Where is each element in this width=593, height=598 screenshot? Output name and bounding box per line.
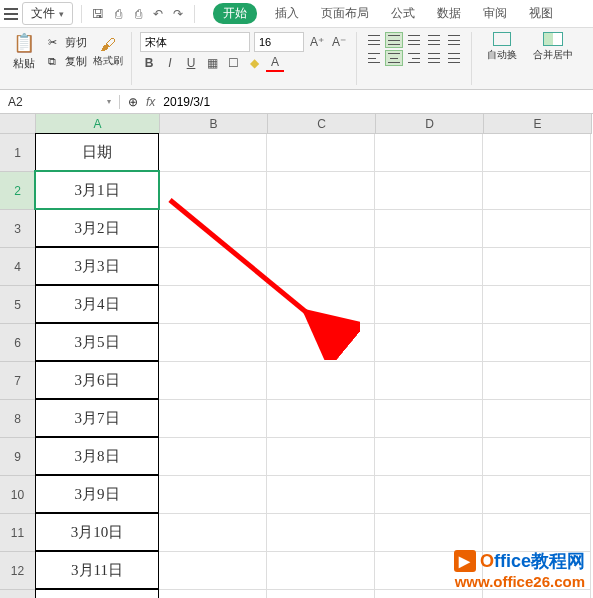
cell[interactable]	[159, 324, 267, 362]
cell[interactable]	[375, 134, 483, 172]
cell[interactable]	[159, 438, 267, 476]
fill-color-button[interactable]: ◆	[245, 54, 263, 72]
cell[interactable]	[159, 552, 267, 590]
cell[interactable]	[483, 248, 591, 286]
fx-icon[interactable]: fx	[146, 95, 155, 109]
cell[interactable]	[159, 590, 267, 598]
cell[interactable]	[159, 362, 267, 400]
cell[interactable]	[375, 210, 483, 248]
tab-view[interactable]: 视图	[525, 3, 557, 24]
row-header[interactable]: 12	[0, 552, 36, 590]
cell[interactable]	[375, 476, 483, 514]
file-menu-button[interactable]: 文件	[22, 2, 73, 25]
cell-a3[interactable]: 3月2日	[35, 209, 159, 247]
bold-button[interactable]: B	[140, 54, 158, 72]
copy-button[interactable]: ⧉复制	[46, 53, 89, 70]
cell-style-button[interactable]: ☐	[224, 54, 242, 72]
hamburger-icon[interactable]	[4, 8, 18, 20]
cut-button[interactable]: ✂剪切	[46, 34, 89, 51]
increase-font-icon[interactable]: A⁺	[308, 33, 326, 51]
cell[interactable]	[483, 362, 591, 400]
cell[interactable]	[267, 134, 375, 172]
cell-a7[interactable]: 3月6日	[35, 361, 159, 399]
cell[interactable]	[267, 552, 375, 590]
cell[interactable]	[267, 476, 375, 514]
col-header-a[interactable]: A	[36, 114, 160, 134]
row-header[interactable]: 11	[0, 514, 36, 552]
cell-a12[interactable]: 3月11日	[35, 551, 159, 589]
cell-a5[interactable]: 3月4日	[35, 285, 159, 323]
cell[interactable]	[267, 172, 375, 210]
row-header[interactable]: 1	[0, 134, 36, 172]
cell-a1[interactable]: 日期	[35, 133, 159, 171]
print-preview-icon[interactable]: ⎙	[110, 6, 126, 22]
merge-center-button[interactable]: 合并居中	[528, 32, 578, 62]
indent-decrease-icon[interactable]	[425, 32, 443, 48]
font-name-select[interactable]	[140, 32, 250, 52]
tab-data[interactable]: 数据	[433, 3, 465, 24]
cell-a13[interactable]: 3月12日	[35, 589, 159, 598]
format-painter-button[interactable]: 🖌 格式刷	[93, 36, 123, 68]
underline-button[interactable]: U	[182, 54, 200, 72]
cell-a2[interactable]: 3月1日	[35, 171, 159, 209]
cell[interactable]	[483, 286, 591, 324]
redo-icon[interactable]: ↷	[170, 6, 186, 22]
cell[interactable]	[483, 400, 591, 438]
cell[interactable]	[159, 248, 267, 286]
cell[interactable]	[159, 476, 267, 514]
cell[interactable]	[375, 514, 483, 552]
row-header[interactable]: 3	[0, 210, 36, 248]
cell[interactable]	[159, 514, 267, 552]
cell[interactable]	[267, 362, 375, 400]
decrease-font-icon[interactable]: A⁻	[330, 33, 348, 51]
row-header[interactable]: 7	[0, 362, 36, 400]
cell[interactable]	[483, 514, 591, 552]
cell[interactable]	[267, 514, 375, 552]
col-header-d[interactable]: D	[376, 114, 484, 134]
italic-button[interactable]: I	[161, 54, 179, 72]
font-size-select[interactable]	[254, 32, 304, 52]
cell[interactable]	[159, 286, 267, 324]
cell[interactable]	[375, 286, 483, 324]
col-header-b[interactable]: B	[160, 114, 268, 134]
cell[interactable]	[375, 248, 483, 286]
col-header-c[interactable]: C	[268, 114, 376, 134]
row-header[interactable]: 2	[0, 172, 36, 210]
row-header[interactable]: 13	[0, 590, 36, 598]
cell[interactable]	[375, 362, 483, 400]
cell[interactable]	[159, 210, 267, 248]
row-header[interactable]: 6	[0, 324, 36, 362]
save-icon[interactable]: 🖫	[90, 6, 106, 22]
cell[interactable]	[483, 476, 591, 514]
cell-a4[interactable]: 3月3日	[35, 247, 159, 285]
tab-page-layout[interactable]: 页面布局	[317, 3, 373, 24]
cell[interactable]	[267, 400, 375, 438]
cell-a8[interactable]: 3月7日	[35, 399, 159, 437]
align-top-icon[interactable]	[365, 32, 383, 48]
print-icon[interactable]: ⎙	[130, 6, 146, 22]
cell[interactable]	[267, 210, 375, 248]
cell-a11[interactable]: 3月10日	[35, 513, 159, 551]
cell[interactable]	[483, 324, 591, 362]
cell[interactable]	[375, 438, 483, 476]
cell[interactable]	[267, 248, 375, 286]
tab-review[interactable]: 审阅	[479, 3, 511, 24]
cell[interactable]	[267, 438, 375, 476]
formula-input[interactable]	[163, 95, 585, 109]
row-header[interactable]: 5	[0, 286, 36, 324]
justify-icon[interactable]	[425, 50, 443, 66]
indent-increase-icon[interactable]	[445, 32, 463, 48]
cell[interactable]	[267, 286, 375, 324]
select-all-corner[interactable]	[0, 114, 36, 134]
row-header[interactable]: 4	[0, 248, 36, 286]
col-header-e[interactable]: E	[484, 114, 592, 134]
cell[interactable]	[483, 438, 591, 476]
cell[interactable]	[159, 134, 267, 172]
tab-insert[interactable]: 插入	[271, 3, 303, 24]
cell[interactable]	[483, 590, 591, 598]
cell[interactable]	[375, 590, 483, 598]
name-box[interactable]: A2	[0, 95, 120, 109]
align-left-icon[interactable]	[365, 50, 383, 66]
align-right-icon[interactable]	[405, 50, 423, 66]
cell[interactable]	[483, 134, 591, 172]
